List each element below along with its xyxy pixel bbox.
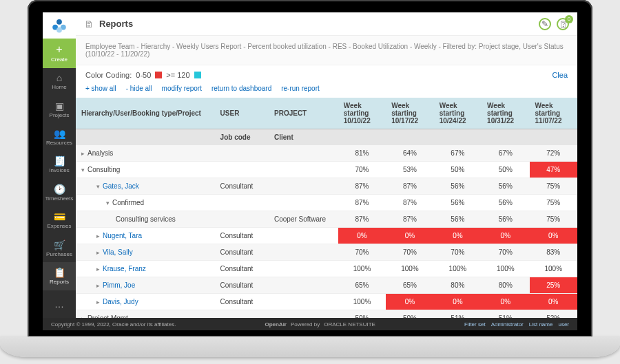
project-cell (269, 145, 338, 162)
value-cell: 56% (482, 195, 529, 211)
table-body: Analysis81%64%67%67%72%Consulting70%53%5… (76, 145, 577, 318)
footer-listname[interactable]: List name (529, 321, 553, 328)
nav-purchases[interactable]: 🛒 Purchases (43, 235, 76, 262)
col-client[interactable]: Client (269, 129, 338, 146)
table-row: Project Mgmt50%50%51%51%52% (76, 310, 577, 319)
value-cell: 80% (434, 277, 482, 294)
rerun-report-link[interactable]: re-run report (281, 85, 320, 92)
col-user[interactable]: USER (215, 98, 269, 129)
value-cell: 81% (338, 145, 386, 162)
value-cell: 100% (338, 294, 386, 310)
value-cell: 100% (386, 261, 433, 277)
reports-icon: 📋 (54, 268, 65, 277)
nav-invoices[interactable]: 🧾 Invoices (43, 151, 76, 179)
nav-expenses[interactable]: 💳 Expenses (43, 207, 76, 235)
header-row-1: Hierarchy/User/Booking type/Project USER… (76, 98, 577, 129)
return-dashboard-link[interactable]: return to dashboard (211, 85, 271, 92)
user-cell: Consultant (215, 244, 269, 261)
clear-link[interactable]: Clea (552, 71, 568, 79)
col-jobcode[interactable]: Job code (215, 129, 269, 146)
table-row: Davis, JudyConsultant100%0%0%0%0% (76, 294, 577, 310)
value-cell: 0% (530, 294, 577, 310)
col-week-1[interactable]: Week starting 10/10/22 (338, 98, 386, 129)
project-cell (269, 162, 338, 178)
value-cell: 51% (482, 310, 529, 319)
nav-label: Purchases (46, 251, 72, 257)
value-cell: 70% (434, 244, 482, 261)
value-cell: 87% (386, 178, 433, 195)
table-row: Gates, JackConsultant87%87%56%56%75% (76, 178, 577, 195)
expenses-icon: 💳 (54, 212, 65, 222)
hierarchy-cell[interactable]: Project Mgmt (76, 310, 215, 319)
app-body: + Create ⌂ Home ▣ Projects 👥 Resources (43, 12, 577, 318)
col-week-2[interactable]: Week starting 10/17/22 (386, 98, 433, 129)
value-cell: 50% (386, 310, 433, 319)
nav-home[interactable]: ⌂ Home (43, 68, 76, 96)
hierarchy-cell[interactable]: Pimm, Joe (76, 277, 215, 294)
col-hierarchy[interactable]: Hierarchy/User/Booking type/Project (76, 98, 215, 129)
footer-powered: Powered by (291, 321, 320, 328)
product-logo[interactable] (43, 12, 76, 39)
laptop-base (0, 336, 620, 357)
hide-all-link[interactable]: - hide all (126, 85, 152, 92)
badge-count: 0 (565, 15, 573, 23)
cc-range-1: 0-50 (136, 71, 151, 79)
app-screen: + Create ⌂ Home ▣ Projects 👥 Resources (43, 12, 577, 330)
col-week-4[interactable]: Week starting 10/31/22 (482, 98, 529, 129)
nav-label: Projects (50, 112, 70, 118)
header-row-2: Job code Client (76, 129, 577, 146)
project-cell (269, 195, 338, 211)
hierarchy-cell[interactable]: Nugent, Tara (76, 228, 215, 244)
footer-filterset[interactable]: Filter set (464, 321, 486, 328)
user-cell (215, 162, 269, 178)
nav-label: Timesheets (45, 195, 73, 202)
nav-more[interactable]: … (43, 290, 76, 318)
value-cell: 87% (386, 195, 433, 211)
report-table: Hierarchy/User/Booking type/Project USER… (76, 98, 577, 318)
footer-admin[interactable]: Administrator (491, 321, 524, 328)
value-cell: 83% (530, 244, 577, 261)
modify-report-link[interactable]: modify report (162, 85, 202, 92)
footer-links: Filter set Administrator List name user (464, 321, 569, 328)
hierarchy-cell[interactable]: Analysis (76, 145, 215, 162)
cc-range-2: >= 120 (166, 71, 189, 79)
value-cell: 67% (434, 145, 482, 162)
hierarchy-cell[interactable]: Krause, Franz (76, 261, 215, 277)
laptop-frame: + Create ⌂ Home ▣ Projects 👥 Resources (0, 0, 620, 364)
col-week-5[interactable]: Week starting 11/07/22 (530, 98, 577, 129)
report-actions: + show all - hide all modify report retu… (76, 82, 577, 98)
footer-user[interactable]: user (558, 321, 569, 328)
plus-icon: + (56, 44, 62, 55)
value-cell: 64% (386, 145, 433, 162)
value-cell: 0% (434, 228, 482, 244)
nav-reports[interactable]: 📋 Reports (43, 262, 76, 290)
col-project[interactable]: PROJECT (269, 98, 338, 129)
nav-timesheets[interactable]: 🕑 Timesheets (43, 179, 76, 206)
value-cell: 56% (434, 211, 482, 228)
table-row: Nugent, TaraConsultant0%0%0%0%0% (76, 228, 577, 244)
page-title-icon: 🗎 (84, 19, 94, 30)
hierarchy-cell[interactable]: Consulting (76, 162, 215, 178)
table-row: Krause, FranzConsultant100%100%100%100%1… (76, 261, 577, 277)
hierarchy-cell[interactable]: Gates, Jack (76, 178, 215, 195)
table-row: Vila, SallyConsultant70%70%70%70%83% (76, 244, 577, 261)
nav-projects[interactable]: ▣ Projects (43, 96, 76, 123)
project-cell (269, 310, 338, 319)
value-cell: 25% (530, 277, 577, 294)
hierarchy-cell[interactable]: Confirmed (76, 195, 215, 211)
value-cell: 53% (386, 162, 433, 178)
hierarchy-cell[interactable]: Davis, Judy (76, 294, 215, 310)
hierarchy-cell[interactable]: Vila, Sally (76, 244, 215, 261)
nav-resources[interactable]: 👥 Resources (43, 123, 76, 151)
user-badge[interactable]: ⍰ 0 (557, 18, 569, 30)
show-all-link[interactable]: + show all (85, 85, 116, 92)
hierarchy-cell[interactable]: Consulting services (76, 211, 215, 228)
pencil-badge[interactable]: ✎ (539, 18, 551, 30)
report-table-wrap[interactable]: Hierarchy/User/Booking type/Project USER… (76, 98, 577, 318)
value-cell: 70% (338, 162, 386, 178)
create-button[interactable]: + Create (43, 39, 76, 67)
logo-icon (50, 17, 68, 34)
nav-label: Home (52, 84, 66, 90)
col-week-3[interactable]: Week starting 10/24/22 (434, 98, 482, 129)
value-cell: 100% (434, 261, 482, 277)
